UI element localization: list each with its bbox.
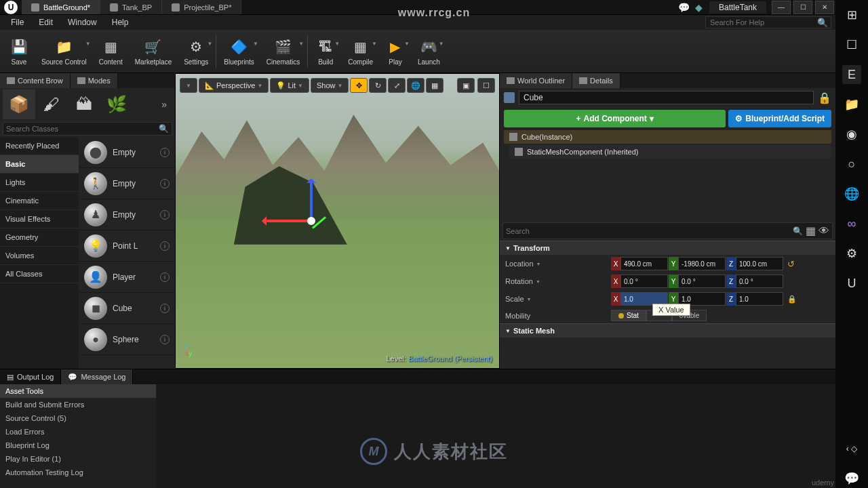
add-component-button[interactable]: + Add Component ▾ bbox=[504, 110, 726, 127]
blueprint-add-script-button[interactable]: ⚙ Blueprint/Add Script bbox=[728, 110, 831, 127]
foliage-mode-button[interactable]: 🌿 bbox=[100, 89, 133, 119]
log-cat-source-control-5-[interactable]: Source Control (5) bbox=[0, 411, 156, 425]
log-cat-build-and-submit-errors[interactable]: Build and Submit Errors bbox=[0, 398, 156, 411]
object-name-input[interactable] bbox=[519, 91, 814, 104]
tab-battleground[interactable]: BattleGround* bbox=[22, 0, 100, 14]
transform-section-header[interactable]: ▼Transform bbox=[500, 241, 835, 255]
category-all-classes[interactable]: All Classes bbox=[0, 265, 79, 283]
location-x-input[interactable] bbox=[620, 257, 668, 270]
explorer-icon[interactable]: 📁 bbox=[842, 95, 861, 114]
category-basic[interactable]: Basic bbox=[0, 155, 79, 174]
grid-view-icon[interactable]: ▦ bbox=[806, 224, 816, 237]
bp-button[interactable]: 🔷Blueprints▼ bbox=[218, 31, 259, 72]
windows-start-icon[interactable]: ⊞ bbox=[842, 5, 861, 24]
category-lights[interactable]: Lights bbox=[0, 174, 79, 192]
actor-player[interactable]: 👤Playeri bbox=[79, 262, 175, 293]
log-cat-asset-tools[interactable]: Asset Tools bbox=[0, 384, 156, 398]
tab-message-log[interactable]: 💬Message Log bbox=[61, 369, 133, 384]
actor-cube[interactable]: ◼Cubei bbox=[79, 293, 175, 324]
category-volumes[interactable]: Volumes bbox=[0, 247, 79, 265]
scale-lock-icon[interactable]: 🔒 bbox=[787, 295, 797, 304]
translate-gizmo-button[interactable]: ✥ bbox=[350, 78, 368, 93]
notifications-icon[interactable]: 💬 bbox=[842, 469, 861, 488]
app-icon[interactable]: ⚙ bbox=[842, 244, 861, 263]
viewport-maximize-button[interactable]: ▣ bbox=[457, 78, 475, 93]
tab-projectile-bp[interactable]: Projectile_BP* bbox=[162, 0, 241, 14]
show-button[interactable]: Show▼ bbox=[311, 78, 349, 93]
mobility-static-button[interactable]: Stat bbox=[611, 310, 646, 321]
x-axis-icon[interactable] bbox=[264, 220, 311, 222]
log-cat-play-in-editor-1-[interactable]: Play In Editor (1) bbox=[0, 452, 156, 466]
settings-button[interactable]: ⚙Settings▼ bbox=[178, 31, 214, 72]
viewport-scene[interactable]: zxy Level: BattleGround (Persistent) bbox=[176, 74, 499, 368]
scale-z-input[interactable] bbox=[736, 292, 783, 306]
source-control-icon[interactable]: ◆ bbox=[695, 2, 703, 13]
location-y-input[interactable] bbox=[678, 257, 726, 270]
task-view-icon[interactable]: ☐ bbox=[842, 35, 861, 54]
minimize-button[interactable]: — bbox=[772, 1, 791, 14]
tab-modes[interactable]: Modes bbox=[71, 73, 118, 88]
notification-icon[interactable]: 💬 bbox=[678, 2, 690, 13]
content-button[interactable]: ▦Content bbox=[94, 31, 128, 72]
child-component-row[interactable]: StaticMeshComponent (Inherited) bbox=[509, 145, 831, 159]
info-icon[interactable]: i bbox=[160, 148, 170, 157]
world-local-button[interactable]: 🌐 bbox=[407, 78, 425, 93]
actor-sphere[interactable]: ●Spherei bbox=[79, 324, 175, 355]
build-button[interactable]: 🏗Build▼ bbox=[310, 31, 341, 72]
info-icon[interactable]: i bbox=[160, 210, 170, 220]
details-search-input[interactable] bbox=[506, 227, 793, 235]
unreal-icon[interactable]: U bbox=[842, 274, 861, 293]
close-button[interactable]: ✕ bbox=[815, 1, 834, 14]
info-icon[interactable]: i bbox=[160, 241, 170, 251]
market-button[interactable]: 🛒Marketplace bbox=[130, 31, 177, 72]
reset-icon[interactable]: ↺ bbox=[787, 259, 795, 269]
log-cat-automation-testing-log[interactable]: Automation Testing Log bbox=[0, 466, 156, 479]
rotation-x-input[interactable] bbox=[620, 274, 668, 288]
tab-content-browser[interactable]: Content Brow bbox=[0, 73, 71, 88]
category-recently-placed[interactable]: Recently Placed bbox=[0, 137, 79, 155]
mobility-movable-button[interactable]: ovable bbox=[672, 310, 707, 321]
chrome-icon[interactable]: 🌐 bbox=[842, 184, 861, 203]
rotation-y-input[interactable] bbox=[678, 274, 726, 288]
info-icon[interactable]: i bbox=[160, 304, 170, 313]
cine-button[interactable]: 🎬Cinematics▼ bbox=[261, 31, 305, 72]
rotation-z-input[interactable] bbox=[736, 274, 783, 288]
paint-mode-button[interactable]: 🖌 bbox=[35, 89, 68, 119]
category-cinematic[interactable]: Cinematic bbox=[0, 192, 79, 210]
tab-world-outliner[interactable]: World Outliner bbox=[500, 73, 572, 88]
scale-x-input[interactable] bbox=[620, 292, 668, 306]
snap-button[interactable]: ▦ bbox=[426, 78, 443, 93]
compile-button[interactable]: ▦Compile▼ bbox=[342, 31, 378, 72]
epic-icon[interactable]: E bbox=[842, 65, 861, 84]
info-icon[interactable]: i bbox=[160, 179, 170, 188]
scale-gizmo-button[interactable]: ⤢ bbox=[388, 78, 406, 93]
save-button[interactable]: 💾Save bbox=[3, 31, 35, 72]
tab-details[interactable]: Details bbox=[572, 73, 620, 88]
info-icon[interactable]: i bbox=[160, 335, 170, 344]
launch-button[interactable]: 🎮Launch▼ bbox=[412, 31, 446, 72]
tab-output-log[interactable]: ▤Output Log bbox=[0, 369, 61, 384]
actor-point-l[interactable]: 💡Point Li bbox=[79, 230, 175, 262]
steam-icon[interactable]: ◉ bbox=[842, 125, 861, 144]
category-geometry[interactable]: Geometry bbox=[0, 228, 79, 247]
oculus-icon[interactable]: ○ bbox=[842, 155, 861, 174]
z-axis-icon[interactable] bbox=[310, 180, 313, 221]
mobility-stationary-button[interactable] bbox=[646, 310, 672, 321]
actor-empty[interactable]: ⬤Emptyi bbox=[79, 137, 175, 168]
lock-icon[interactable]: 🔒 bbox=[818, 92, 831, 104]
place-mode-button[interactable]: 📦 bbox=[3, 89, 35, 119]
actor-empty[interactable]: ♟Emptyi bbox=[79, 199, 175, 230]
viewport-options-button[interactable]: ▼ bbox=[180, 78, 197, 93]
actor-empty[interactable]: 🚶Emptyi bbox=[79, 168, 175, 199]
perspective-button[interactable]: 📐 Perspective▼ bbox=[199, 78, 269, 93]
category-visual-effects[interactable]: Visual Effects bbox=[0, 210, 79, 228]
landscape-mode-button[interactable]: 🏔 bbox=[68, 89, 100, 119]
tab-tank-bp[interactable]: Tank_BP bbox=[100, 0, 162, 14]
help-search[interactable]: 🔍 bbox=[705, 16, 831, 28]
visual-studio-icon[interactable]: ∞ bbox=[842, 214, 861, 233]
menu-edit[interactable]: Edit bbox=[32, 16, 60, 28]
viewport[interactable]: ▼ 📐 Perspective▼ 💡 Lit▼ Show▼ ✥ ↻ ⤢ 🌐 ▦ … bbox=[175, 73, 500, 369]
menu-file[interactable]: File bbox=[4, 16, 31, 28]
play-button[interactable]: ▶Play▼ bbox=[380, 31, 411, 72]
source-button[interactable]: 📁Source Control▼ bbox=[36, 31, 92, 72]
